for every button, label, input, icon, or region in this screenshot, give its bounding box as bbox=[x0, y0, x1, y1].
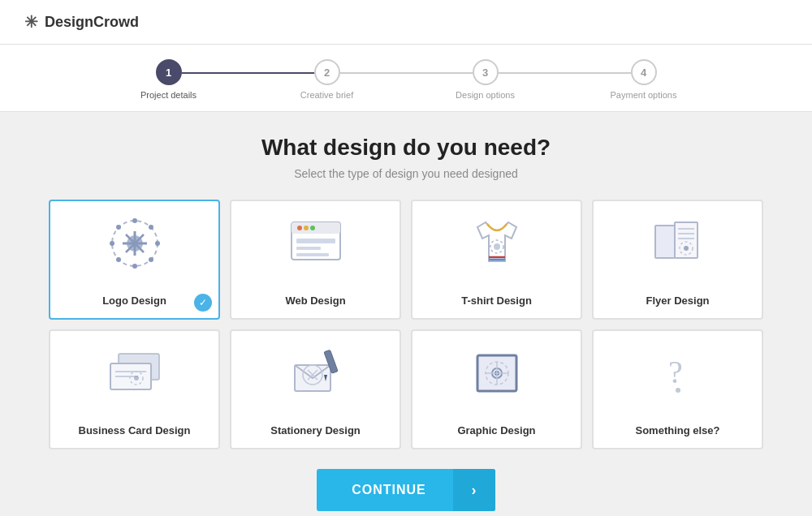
card-graphic-label: Graphic Design bbox=[457, 424, 535, 436]
logo-text: DesignCrowd bbox=[45, 14, 139, 31]
web-design-icon bbox=[287, 211, 344, 276]
card-web-label: Web Design bbox=[285, 295, 345, 307]
svg-point-6 bbox=[132, 218, 137, 223]
card-stationery-label: Stationery Design bbox=[270, 424, 361, 436]
step-circle-4: 4 bbox=[631, 59, 657, 85]
step-label-3: Design options bbox=[456, 90, 515, 100]
steps: 1 Project details 2 Creative brief 3 Des… bbox=[89, 59, 723, 100]
card-logo[interactable]: Logo Design ✓ bbox=[49, 200, 220, 320]
card-other[interactable]: ? Something else? bbox=[592, 329, 763, 449]
svg-point-17 bbox=[304, 226, 309, 230]
continue-button[interactable]: CONTINUE › bbox=[317, 469, 495, 511]
step-label-1: Project details bbox=[140, 90, 197, 100]
card-tshirt-label: T-shirt Design bbox=[461, 295, 532, 307]
step-3: 3 Design options bbox=[406, 59, 564, 100]
svg-point-11 bbox=[149, 257, 153, 262]
step-line-3 bbox=[499, 72, 631, 74]
svg-rect-27 bbox=[675, 222, 698, 258]
svg-rect-26 bbox=[655, 226, 675, 258]
svg-point-8 bbox=[110, 241, 114, 246]
svg-point-39 bbox=[134, 376, 139, 381]
progress-area: 1 Project details 2 Creative brief 3 Des… bbox=[0, 45, 812, 112]
design-grid: Logo Design ✓ Web D bbox=[49, 200, 763, 449]
svg-rect-20 bbox=[296, 247, 321, 250]
other-design-icon: ? bbox=[650, 341, 706, 406]
card-bizcard[interactable]: Business Card Design bbox=[49, 329, 220, 449]
svg-point-18 bbox=[310, 226, 315, 230]
svg-point-53 bbox=[676, 388, 680, 393]
card-other-label: Something else? bbox=[635, 424, 719, 436]
card-flyer-label: Flyer Design bbox=[646, 295, 709, 307]
svg-rect-21 bbox=[296, 253, 329, 256]
step-1: 1 Project details bbox=[89, 59, 248, 100]
step-circle-1: 1 bbox=[156, 59, 182, 85]
selected-check: ✓ bbox=[194, 294, 212, 312]
svg-point-25 bbox=[494, 243, 500, 250]
svg-point-16 bbox=[297, 226, 302, 230]
svg-point-12 bbox=[149, 225, 153, 230]
continue-area: CONTINUE › bbox=[49, 469, 763, 511]
svg-point-9 bbox=[155, 241, 160, 246]
tshirt-design-icon bbox=[469, 211, 525, 276]
header: ✳ DesignCrowd bbox=[0, 0, 812, 45]
step-2: 2 Creative brief bbox=[248, 59, 406, 100]
card-tshirt[interactable]: T-shirt Design bbox=[411, 200, 582, 320]
logo-icon: ✳ bbox=[24, 12, 38, 32]
step-line-1 bbox=[182, 72, 314, 74]
graphic-design-icon bbox=[469, 341, 525, 406]
step-circle-2: 2 bbox=[314, 59, 340, 85]
stationery-design-icon bbox=[287, 341, 344, 406]
card-flyer[interactable]: Flyer Design bbox=[592, 200, 763, 320]
card-bizcard-label: Business Card Design bbox=[79, 424, 191, 436]
svg-rect-19 bbox=[296, 239, 335, 243]
svg-text:?: ? bbox=[668, 354, 683, 390]
continue-label: CONTINUE bbox=[317, 483, 453, 497]
continue-arrow-icon: › bbox=[453, 469, 495, 511]
page-title: What design do you need? bbox=[49, 135, 763, 161]
flyer-design-icon bbox=[650, 211, 706, 276]
card-logo-label: Logo Design bbox=[102, 295, 166, 307]
step-circle-3: 3 bbox=[473, 59, 499, 85]
card-stationery[interactable]: Stationery Design bbox=[230, 329, 401, 449]
logo-design-icon bbox=[106, 211, 163, 276]
svg-point-10 bbox=[116, 225, 121, 230]
step-line-2 bbox=[340, 72, 473, 74]
svg-point-33 bbox=[684, 246, 689, 251]
step-4: 4 Payment options bbox=[564, 59, 723, 100]
page-subtitle: Select the type of design you need desig… bbox=[49, 167, 763, 180]
step-label-4: Payment options bbox=[611, 90, 677, 100]
svg-point-7 bbox=[132, 264, 137, 269]
bizcard-design-icon bbox=[106, 341, 163, 406]
svg-point-13 bbox=[116, 257, 121, 262]
card-graphic[interactable]: Graphic Design bbox=[411, 329, 582, 449]
card-web[interactable]: Web Design bbox=[230, 200, 401, 320]
logo: ✳ DesignCrowd bbox=[24, 12, 139, 32]
main-content: What design do you need? Select the type… bbox=[0, 112, 812, 516]
step-label-2: Creative brief bbox=[300, 90, 353, 100]
